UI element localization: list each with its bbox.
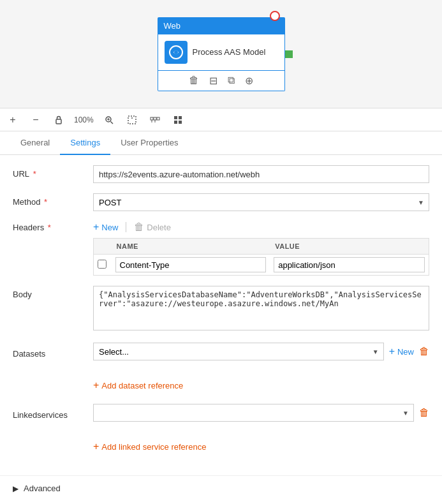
grid-btn[interactable] bbox=[170, 112, 186, 128]
linked-services-delete-btn[interactable]: 🗑 bbox=[419, 407, 429, 419]
headers-label: Headers * bbox=[13, 221, 83, 232]
linked-services-add-plus-icon: + bbox=[93, 441, 99, 452]
url-row: URL * bbox=[13, 165, 429, 183]
linked-services-row: Linkedservices ▼ 🗑 + Add linked service … bbox=[13, 404, 429, 455]
zoom-fit-btn[interactable] bbox=[101, 112, 117, 128]
header-col-check bbox=[94, 239, 112, 255]
node-body: Process AAS Model bbox=[158, 34, 285, 71]
datasets-main-row: Datasets Select... ▼ + New 🗑 bbox=[13, 343, 429, 360]
datasets-select-wrapper: Select... ▼ bbox=[93, 343, 384, 360]
node-actions: 🗑 ⊟ ⧉ ⊕ bbox=[158, 71, 285, 91]
datasets-controls: Select... ▼ + New 🗑 bbox=[93, 343, 429, 360]
header-col-value: VALUE bbox=[270, 239, 429, 255]
header-col-name: NAME bbox=[112, 239, 270, 255]
svg-rect-15 bbox=[179, 116, 182, 119]
method-control: POST GET PUT DELETE PATCH ▼ bbox=[93, 193, 429, 211]
headers-delete-btn[interactable]: 🗑 Delete bbox=[134, 221, 171, 233]
svg-rect-14 bbox=[174, 116, 177, 119]
header-name-input[interactable] bbox=[115, 257, 267, 272]
method-row: Method * POST GET PUT DELETE PATCH ▼ bbox=[13, 193, 429, 211]
datasets-plus-icon: + bbox=[389, 346, 395, 357]
datasets-label: Datasets bbox=[13, 345, 83, 359]
node-connector-right[interactable] bbox=[285, 50, 293, 58]
datasets-new-btn[interactable]: + New bbox=[389, 346, 414, 357]
headers-control: + New 🗑 Delete NAME VALUE bbox=[93, 221, 429, 276]
headers-delete-label: Delete bbox=[147, 223, 171, 232]
headers-row: Headers * + New 🗑 Delete NAME bbox=[13, 221, 429, 276]
body-control: {"AnalysisServicesDatabaseName":"Adventu… bbox=[93, 286, 429, 332]
add-btn[interactable]: + bbox=[5, 112, 20, 128]
activity-node[interactable]: Web Process AAS Model 🗑 ⊟ ⧉ ⊕ bbox=[158, 17, 285, 91]
url-label: URL * bbox=[13, 165, 83, 179]
method-label: Method * bbox=[13, 193, 83, 207]
body-label: Body bbox=[13, 286, 83, 299]
datasets-add-plus-icon: + bbox=[93, 380, 99, 391]
datasets-add-ref-row: + Add dataset reference bbox=[13, 374, 183, 394]
parameters-btn[interactable]: ⊟ bbox=[209, 75, 217, 87]
node-connector-top[interactable] bbox=[270, 11, 280, 21]
arrow-btn[interactable]: ⊕ bbox=[245, 75, 253, 87]
svg-point-1 bbox=[174, 50, 178, 54]
datasets-add-reference-btn[interactable]: + Add dataset reference bbox=[93, 377, 183, 394]
linked-services-select[interactable] bbox=[93, 404, 414, 422]
datasets-select[interactable]: Select... bbox=[93, 343, 384, 360]
body-textarea-wrapper: {"AnalysisServicesDatabaseName":"Adventu… bbox=[93, 286, 429, 332]
linked-services-label: Linkedservices bbox=[13, 406, 83, 420]
headers-required: * bbox=[45, 223, 51, 232]
toolbar: + − 100% bbox=[0, 108, 442, 131]
form-area: URL * Method * POST GET PUT DELETE PATCH… bbox=[0, 155, 442, 475]
svg-rect-11 bbox=[157, 117, 159, 120]
advanced-label: Advanced bbox=[24, 484, 61, 493]
trash-icon: 🗑 bbox=[134, 221, 144, 233]
svg-rect-2 bbox=[56, 119, 61, 124]
canvas-area: Web Process AAS Model 🗑 ⊟ ⧉ ⊕ bbox=[0, 0, 442, 108]
svg-line-4 bbox=[110, 121, 113, 124]
minus-btn[interactable]: − bbox=[28, 112, 43, 128]
linked-services-main-row: Linkedservices ▼ 🗑 bbox=[13, 404, 429, 422]
svg-rect-10 bbox=[154, 117, 156, 120]
layout-btn[interactable] bbox=[147, 112, 163, 128]
headers-table: NAME VALUE bbox=[93, 238, 429, 276]
zoom-100-btn[interactable]: 100% bbox=[74, 112, 94, 128]
datasets-new-label: New bbox=[397, 347, 414, 357]
url-required: * bbox=[31, 169, 36, 179]
headers-new-label: New bbox=[101, 223, 118, 232]
node-label: Process AAS Model bbox=[193, 47, 266, 57]
linked-services-select-wrapper: ▼ bbox=[93, 404, 414, 422]
svg-rect-9 bbox=[151, 117, 153, 120]
headers-toolbar: + New 🗑 Delete bbox=[93, 221, 429, 233]
header-value-input[interactable] bbox=[274, 257, 425, 272]
method-required: * bbox=[41, 197, 47, 207]
node-icon bbox=[165, 41, 188, 64]
advanced-chevron-icon: ▶ bbox=[13, 484, 18, 493]
svg-rect-17 bbox=[179, 121, 182, 124]
delete-node-btn[interactable]: 🗑 bbox=[189, 75, 199, 87]
url-input[interactable] bbox=[93, 165, 429, 183]
linked-services-add-reference-label: Add linked service reference bbox=[101, 442, 206, 452]
datasets-add-reference-label: Add dataset reference bbox=[101, 381, 183, 390]
method-select[interactable]: POST GET PUT DELETE PATCH bbox=[93, 193, 429, 211]
datasets-row: Datasets Select... ▼ + New 🗑 + Add da bbox=[13, 343, 429, 394]
datasets-delete-btn[interactable]: 🗑 bbox=[419, 346, 429, 357]
tab-settings[interactable]: Settings bbox=[60, 131, 110, 155]
linked-services-controls: ▼ 🗑 bbox=[93, 404, 429, 422]
select-btn[interactable] bbox=[124, 112, 140, 128]
advanced-section[interactable]: ▶ Advanced bbox=[0, 475, 442, 501]
clone-btn[interactable]: ⧉ bbox=[228, 75, 235, 87]
body-textarea[interactable]: {"AnalysisServicesDatabaseName":"Adventu… bbox=[93, 286, 429, 330]
tab-general[interactable]: General bbox=[10, 131, 60, 155]
plus-icon: + bbox=[93, 221, 99, 233]
header-row-checkbox[interactable] bbox=[98, 260, 107, 269]
header-row bbox=[94, 255, 429, 276]
linked-services-add-ref-row: + Add linked service reference bbox=[13, 436, 206, 455]
tabs: General Settings User Properties bbox=[0, 131, 442, 155]
body-row: Body {"AnalysisServicesDatabaseName":"Ad… bbox=[13, 286, 429, 332]
headers-new-btn[interactable]: + New bbox=[93, 221, 118, 233]
node-header: Web bbox=[158, 17, 285, 34]
lock-btn[interactable] bbox=[51, 112, 66, 128]
headers-separator bbox=[126, 222, 126, 232]
method-select-wrapper: POST GET PUT DELETE PATCH ▼ bbox=[93, 193, 429, 211]
url-control bbox=[93, 165, 429, 183]
tab-user-properties[interactable]: User Properties bbox=[110, 131, 188, 155]
linked-services-add-reference-btn[interactable]: + Add linked service reference bbox=[93, 438, 206, 455]
